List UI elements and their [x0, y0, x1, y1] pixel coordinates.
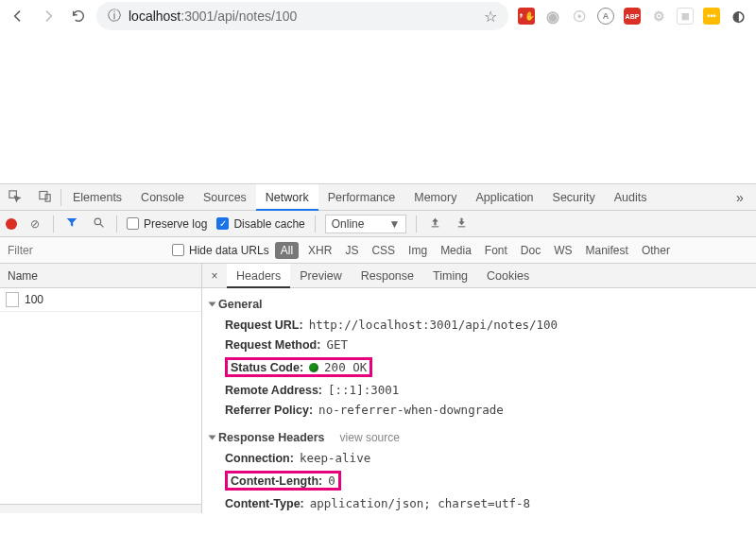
- upload-har-icon[interactable]: [426, 216, 443, 232]
- svg-point-3: [94, 218, 101, 225]
- back-button[interactable]: [6, 4, 30, 28]
- triangle-down-icon: [209, 302, 216, 307]
- extensions-area: ✋ ◉ ☉ A ABP ⚙ ▦ ••• ◐: [514, 8, 750, 25]
- tab-sources[interactable]: Sources: [194, 184, 256, 211]
- device-toggle-icon[interactable]: [30, 189, 59, 206]
- preserve-log-checkbox[interactable]: Preserve log: [127, 217, 207, 231]
- svg-rect-6: [458, 226, 466, 227]
- ublock-icon[interactable]: ✋: [518, 8, 535, 25]
- type-xhr[interactable]: XHR: [304, 242, 335, 259]
- row-remote-address: Remote Address: [::1]:3001: [210, 380, 748, 400]
- adblock-plus-icon[interactable]: ABP: [624, 8, 641, 25]
- chevron-down-icon: ▼: [388, 217, 400, 231]
- bookmark-star-icon[interactable]: ☆: [484, 8, 497, 26]
- section-response-headers[interactable]: Response Headers view source: [210, 427, 748, 448]
- reload-button[interactable]: [66, 4, 91, 28]
- tab-performance[interactable]: Performance: [318, 184, 405, 211]
- hide-data-urls-label: Hide data URLs: [189, 244, 269, 257]
- tab-console[interactable]: Console: [131, 184, 194, 211]
- column-header-name[interactable]: Name: [0, 264, 201, 288]
- svg-rect-1: [39, 191, 46, 198]
- page-viewport: [0, 32, 756, 183]
- type-other[interactable]: Other: [638, 242, 674, 259]
- connection-value: keep-alive: [300, 451, 370, 465]
- url-host: localhost: [129, 9, 180, 24]
- request-method-value: GET: [326, 337, 348, 352]
- content-type-value: application/json; charset=utf-8: [310, 496, 530, 510]
- detail-tab-timing[interactable]: Timing: [423, 264, 477, 288]
- content-length-value: 0: [328, 474, 335, 488]
- ext-icon-2[interactable]: ◉: [544, 8, 561, 25]
- detail-tab-headers[interactable]: Headers: [227, 264, 290, 288]
- content-type-key: Content-Type:: [225, 497, 304, 510]
- tab-network[interactable]: Network: [256, 184, 318, 211]
- detail-tab-preview[interactable]: Preview: [290, 264, 351, 288]
- status-dot-icon: [309, 363, 318, 372]
- preserve-log-label: Preserve log: [144, 217, 207, 231]
- devtools-tab-row: Elements Console Sources Network Perform…: [63, 184, 728, 211]
- type-manifest[interactable]: Manifest: [582, 242, 632, 259]
- inspect-element-icon[interactable]: [0, 189, 28, 206]
- filter-input[interactable]: [6, 242, 166, 259]
- site-info-icon[interactable]: ⓘ: [108, 8, 121, 25]
- row-content-length: Content-Length: 0: [210, 468, 748, 493]
- type-img[interactable]: Img: [404, 242, 431, 259]
- type-doc[interactable]: Doc: [517, 242, 544, 259]
- type-js[interactable]: JS: [341, 242, 362, 259]
- address-bar[interactable]: ⓘ localhost:3001/api/notes/100 ☆: [96, 2, 508, 30]
- type-css[interactable]: CSS: [368, 242, 399, 259]
- section-general-title: General: [218, 298, 263, 311]
- detail-tab-response[interactable]: Response: [352, 264, 423, 288]
- ext-icon-7[interactable]: ▦: [677, 8, 694, 25]
- file-icon: [6, 292, 19, 307]
- ext-icon-9[interactable]: ◐: [730, 8, 747, 25]
- download-har-icon[interactable]: [453, 216, 470, 232]
- close-details-button[interactable]: ×: [202, 269, 227, 283]
- type-all[interactable]: All: [275, 242, 299, 259]
- search-icon[interactable]: [90, 216, 107, 232]
- section-general[interactable]: General: [210, 294, 748, 315]
- remote-address-key: Remote Address:: [225, 384, 322, 397]
- row-status-code: Status Code: 200 OK: [210, 354, 748, 380]
- tab-memory[interactable]: Memory: [404, 184, 466, 211]
- detail-tab-cookies[interactable]: Cookies: [477, 264, 539, 288]
- type-font[interactable]: Font: [481, 242, 511, 259]
- tabs-overflow-icon[interactable]: »: [730, 190, 750, 205]
- referrer-policy-value: no-referrer-when-downgrade: [318, 403, 504, 417]
- remote-address-value: [::1]:3001: [328, 383, 399, 397]
- disable-cache-checkbox[interactable]: ✓ Disable cache: [216, 217, 304, 231]
- content-length-key: Content-Length:: [231, 474, 322, 488]
- request-url-value: http://localhost:3001/api/notes/100: [309, 318, 558, 332]
- tab-elements[interactable]: Elements: [63, 184, 131, 211]
- throttling-value: Online: [332, 217, 365, 231]
- filter-toggle-icon[interactable]: [63, 215, 80, 232]
- forward-button[interactable]: [36, 4, 60, 28]
- triangle-down-icon: [209, 436, 216, 440]
- type-ws[interactable]: WS: [550, 242, 576, 259]
- ext-icon-8[interactable]: •••: [703, 8, 720, 25]
- row-referrer-policy: Referrer Policy: no-referrer-when-downgr…: [210, 400, 748, 420]
- throttling-select[interactable]: Online ▼: [325, 215, 407, 233]
- record-button[interactable]: [6, 218, 17, 230]
- svg-rect-5: [432, 226, 439, 227]
- svg-rect-2: [45, 194, 50, 201]
- connection-key: Connection:: [225, 452, 294, 465]
- url-text: localhost:3001/api/notes/100: [129, 9, 297, 24]
- tab-application[interactable]: Application: [466, 184, 542, 211]
- ext-icon-3[interactable]: ☉: [571, 8, 588, 25]
- type-media[interactable]: Media: [437, 242, 475, 259]
- referrer-policy-key: Referrer Policy:: [225, 404, 313, 417]
- clear-button[interactable]: ⊘: [26, 217, 43, 231]
- tab-security[interactable]: Security: [543, 184, 605, 211]
- request-row[interactable]: 100: [0, 288, 201, 312]
- row-request-method: Request Method: GET: [210, 335, 748, 354]
- ext-icon-4[interactable]: A: [597, 8, 614, 25]
- hide-data-urls-checkbox[interactable]: Hide data URLs: [172, 244, 269, 257]
- tab-audits[interactable]: Audits: [605, 184, 657, 211]
- view-source-link[interactable]: view source: [340, 431, 400, 444]
- status-code-key: Status Code:: [231, 361, 303, 374]
- row-content-type: Content-Type: application/json; charset=…: [210, 493, 748, 513]
- request-name: 100: [25, 293, 43, 306]
- ext-icon-6[interactable]: ⚙: [650, 8, 667, 25]
- row-connection: Connection: keep-alive: [210, 448, 748, 468]
